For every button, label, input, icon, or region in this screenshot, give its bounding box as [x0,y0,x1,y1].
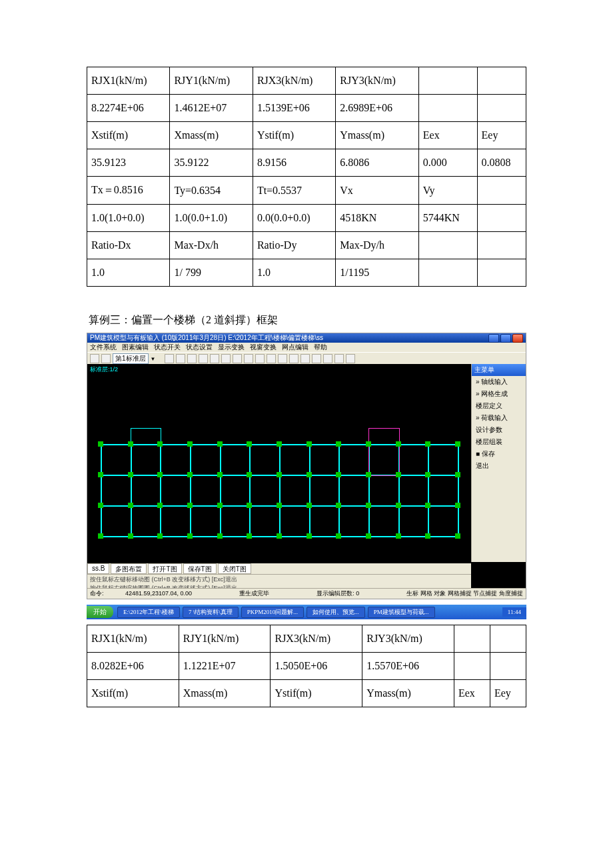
side-panel-title: 主菜单 [472,364,526,376]
tab[interactable]: 关闭T图 [218,563,251,574]
floor-selector[interactable]: 第1标准层 [113,353,149,364]
grid-node [277,441,282,447]
table-row: 8.2274E+061.4612E+071.5139E+062.6989E+06 [87,95,526,122]
grid-node [366,533,371,539]
results-table-2: RJX1(kN/m)RJY1(kN/m)RJX3(kN/m)RJY3(kN/m)… [87,625,526,707]
tool-button[interactable] [334,354,344,363]
tool-button[interactable] [267,354,276,363]
tool-button[interactable] [346,354,355,363]
toolbar[interactable]: 第1标准层 ▼ [87,352,526,365]
grid-node [217,472,223,477]
grid-node [98,441,103,447]
tool-button[interactable] [187,354,197,363]
stair-opening-left [131,428,162,445]
start-button[interactable]: 开始 [87,606,113,618]
grid-node [157,503,163,508]
chevron-down-icon[interactable]: ▼ [151,356,156,362]
table-row: Xstif(m)Xmass(m)Ystif(m)Ymass(m)EexEey [87,122,526,149]
side-panel-item[interactable]: 退出 [472,460,526,472]
grid-node [306,441,312,447]
side-panel-item[interactable]: 设计参数 [472,424,526,436]
grid-node [187,441,193,447]
grid-node [277,472,282,477]
cad-screenshot: PM建筑模型与有板输入 (10版2011年3月28日) E:\2012年工程\楼… [87,333,526,599]
tool-button[interactable] [199,354,208,363]
menu-item[interactable]: 图素编辑 [122,343,149,352]
menu-item[interactable]: 文件系统 [90,343,117,352]
grid-node [247,441,252,447]
taskbar-item[interactable]: 如何使用、预览... [306,607,365,618]
tool-button[interactable] [278,354,287,363]
grid-node [455,503,460,508]
taskbar-item[interactable]: PKPM2010问题解... [241,607,304,618]
menu-item[interactable]: 显示变换 [218,343,245,352]
window-titlebar[interactable]: PM建筑模型与有板输入 (10版2011年3月28日) E:\2012年工程\楼… [87,333,526,343]
table-row: Ratio-DxMax-Dx/hRatio-DyMax-Dy/h [87,232,526,259]
grid-node [366,503,371,508]
taskbar-item[interactable]: E:\2012年工程\楼梯 [117,607,180,618]
status-bar: 命令: 42481.59,23107.04, 0.00 重生成完毕 显示编辑层数… [87,588,526,599]
table-row: RJX1(kN/m)RJY1(kN/m)RJX3(kN/m)RJY3(kN/m) [87,625,526,653]
side-panel: 主菜单 » 轴线输入 » 网格生成 楼层定义 » 荷载输入 设计参数 楼层组装 … [471,364,526,562]
tool-button[interactable] [289,354,299,363]
windows-taskbar[interactable]: 开始 E:\2012年工程\楼梯 7 \结构资料\真理 PKPM2010问题解.… [87,605,526,619]
grid-node [336,533,341,539]
tab[interactable]: 多图布置 [111,563,147,574]
menu-item[interactable]: 帮助 [314,343,327,352]
tool-button[interactable] [255,354,265,363]
tab[interactable]: 打开T图 [148,563,181,574]
side-panel-item[interactable]: 楼层组装 [472,436,526,448]
table-row: Xstif(m)Xmass(m)Ystif(m)Ymass(m)EexEey [87,680,526,707]
tool-button[interactable] [210,354,219,363]
grid-node [366,472,371,477]
menu-item[interactable]: 状态设置 [186,343,213,352]
tool-button[interactable] [90,354,99,363]
tool-button[interactable] [301,354,310,363]
window-title: PM建筑模型与有板输入 (10版2011年3月28日) E:\2012年工程\楼… [90,333,323,343]
side-panel-item[interactable]: » 网格生成 [472,388,526,400]
coord-readout: 42481.59,23107.04, 0.00 [125,590,192,597]
grid-node [128,533,133,539]
status-toggles[interactable]: 生标 网格 对象 网格捕捉 节点捕捉 角度捕捉 [406,589,523,598]
grid-node [396,472,401,477]
side-panel-item[interactable]: » 轴线输入 [472,376,526,388]
maximize-button[interactable] [500,334,511,343]
grid-node [247,503,252,508]
menu-item[interactable]: 视窗变换 [250,343,277,352]
system-tray-clock[interactable]: 11:44 [502,607,526,617]
grid-node [187,472,193,477]
menu-item[interactable]: 网点编辑 [282,343,308,352]
grid-node [396,533,401,539]
table-row: RJX1(kN/m)RJY1(kN/m)RJX3(kN/m)RJY3(kN/m) [87,67,526,95]
tab[interactable]: 保存T图 [183,563,217,574]
side-panel-item[interactable]: ■ 保存 [472,448,526,460]
tool-button[interactable] [312,354,321,363]
tool-button[interactable] [233,354,242,363]
taskbar-item[interactable]: 7 \结构资料\真理 [183,607,239,618]
minimize-button[interactable] [488,334,499,343]
menu-bar[interactable]: 文件系统 图素编辑 状态开关 状态设置 显示变换 视窗变换 网点编辑 帮助 [87,343,526,352]
command-prompt[interactable]: 命令: [90,590,104,597]
tool-button[interactable] [244,354,253,363]
grid-node [187,533,193,539]
grid-node [425,503,430,508]
menu-item[interactable]: 状态开关 [154,343,181,352]
grid-node [455,472,460,477]
tool-button[interactable] [101,354,111,363]
side-panel-item[interactable]: » 荷载输入 [472,412,526,424]
grid-node [157,472,163,477]
tool-button[interactable] [165,354,174,363]
taskbar-item[interactable]: PM建筑模型与荷载... [368,607,435,618]
grid-node [455,533,460,539]
tab[interactable]: ss.B [87,563,109,574]
tool-button[interactable] [221,354,231,363]
grid-node [247,472,252,477]
command-area[interactable]: 按住鼠标左键标移动图 (Ctrl+B 改变移移方式) [Exc]退出 按住鼠标左… [87,574,471,589]
drawing-tabs[interactable]: ss.B 多图布置 打开T图 保存T图 关闭T图 [87,563,471,574]
tool-button[interactable] [323,354,332,363]
close-button[interactable] [512,334,523,343]
side-panel-item[interactable]: 楼层定义 [472,400,526,412]
drawing-canvas[interactable]: 标准层:1/2 [87,364,471,562]
grid-node [277,533,282,539]
tool-button[interactable] [176,354,185,363]
